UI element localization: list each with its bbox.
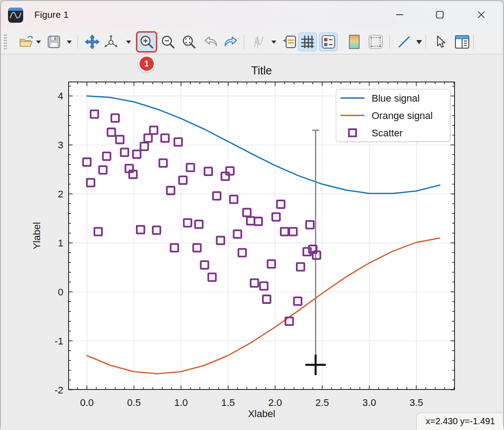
rotate-dropdown[interactable] <box>124 33 132 51</box>
y-axis-label: Ylabel <box>31 222 42 249</box>
chevron-down-icon <box>67 41 72 44</box>
x-tick-label: 1.5 <box>221 397 235 408</box>
zoom-in-icon <box>139 35 154 49</box>
legend-label: Scatter <box>372 127 403 139</box>
insert-line-dropdown[interactable] <box>270 33 278 51</box>
maximize-button[interactable] <box>430 5 450 24</box>
y-tick-label: 0 <box>58 287 63 298</box>
y-tick-label: 4 <box>58 90 63 102</box>
figure-toolbar: 1 <box>1 29 503 54</box>
rotate-3d-icon <box>103 34 119 49</box>
open-folder-icon <box>19 35 34 49</box>
figure-properties-button[interactable] <box>453 33 471 51</box>
chart-title: Title <box>251 64 272 77</box>
insert-line-button[interactable] <box>249 33 268 51</box>
save-figure-dropdown[interactable] <box>65 33 73 51</box>
grid-icon <box>300 35 315 49</box>
x-tick-label: 2.5 <box>316 397 329 408</box>
x-axis-label: Xlabel <box>248 408 275 419</box>
zoom-in-button[interactable] <box>137 33 156 51</box>
x-tick-label: 0.0 <box>80 397 94 408</box>
figure-canvas[interactable]: 0.00.51.01.52.02.53.03.5-2-101234TitleXl… <box>1 54 503 430</box>
toggle-legend-button[interactable] <box>319 33 338 51</box>
close-button[interactable] <box>471 5 492 24</box>
zoom-fit-icon <box>182 35 196 49</box>
octave-figure-icon <box>8 8 23 23</box>
toolbar-separator <box>426 35 426 49</box>
plot-area[interactable]: 0.00.51.01.52.02.53.03.5-2-101234TitleXl… <box>1 54 504 430</box>
minimize-icon <box>395 10 404 19</box>
y-tick-label: 2 <box>58 188 63 200</box>
open-file-dropdown[interactable] <box>34 33 42 51</box>
line-style-button[interactable] <box>395 33 414 51</box>
close-icon <box>477 10 486 19</box>
y-tick-label: -2 <box>54 385 63 396</box>
undo-button[interactable] <box>201 33 220 51</box>
open-file-button[interactable] <box>17 33 36 51</box>
minimize-button[interactable] <box>389 5 410 24</box>
legend-label: Blue signal <box>372 93 420 104</box>
annotation-badge: 1 <box>138 55 155 72</box>
cursor-coordinates: x=2.430 y=-1.491 <box>416 413 503 430</box>
pan-button[interactable] <box>83 33 102 51</box>
x-tick-label: 2.0 <box>268 397 282 408</box>
x-tick-label: 0.5 <box>127 397 141 408</box>
maximize-icon <box>435 10 444 19</box>
toolbar-separator <box>389 35 390 49</box>
line-tool-icon <box>397 35 411 49</box>
save-figure-button[interactable] <box>45 33 63 51</box>
chevron-down-icon <box>36 41 41 44</box>
zoom-out-icon <box>161 35 175 49</box>
chevron-down-icon <box>416 40 422 44</box>
toolbar-separator <box>473 35 474 49</box>
y-tick-label: 3 <box>58 139 63 151</box>
chevron-down-icon <box>126 41 131 44</box>
dashed-selection-icon <box>368 34 383 49</box>
zoom-out-button[interactable] <box>159 33 177 51</box>
toggle-colorbar-button[interactable] <box>345 33 364 51</box>
toggle-grid-button[interactable] <box>298 33 317 51</box>
figure-window: Figure 1 <box>0 0 504 430</box>
y-tick-label: -1 <box>54 336 63 347</box>
legend-label: Orange signal <box>372 110 433 121</box>
toolbar-separator <box>244 35 244 49</box>
redo-button[interactable] <box>222 33 241 51</box>
text-annotation-icon <box>283 35 297 49</box>
x-tick-label: 3.0 <box>362 397 376 408</box>
select-region-button[interactable] <box>366 33 385 51</box>
data-cursor-icon <box>252 35 265 49</box>
x-tick-label: 1.0 <box>174 397 188 408</box>
y-tick-label: 1 <box>58 238 63 249</box>
insert-text-button[interactable] <box>280 33 299 51</box>
window-title: Figure 1 <box>34 9 69 20</box>
redo-arrow-icon <box>223 36 239 48</box>
pointer-button[interactable] <box>431 33 450 51</box>
line-style-dropdown[interactable] <box>415 33 423 51</box>
legend-icon <box>321 35 336 49</box>
undo-arrow-icon <box>202 36 218 48</box>
cursor-arrow-icon <box>435 35 447 49</box>
save-floppy-icon <box>47 35 61 49</box>
toolbar-separator <box>78 35 78 49</box>
zoom-original-button[interactable] <box>180 33 198 51</box>
chevron-down-icon <box>271 41 276 44</box>
colorbar-icon <box>348 34 360 49</box>
title-bar[interactable]: Figure 1 <box>1 1 503 29</box>
rotate-button[interactable] <box>102 33 120 51</box>
toolbar-grip[interactable] <box>4 34 7 50</box>
x-tick-label: 3.5 <box>410 397 423 408</box>
pan-arrows-icon <box>85 34 100 49</box>
properties-panel-icon <box>455 35 470 49</box>
